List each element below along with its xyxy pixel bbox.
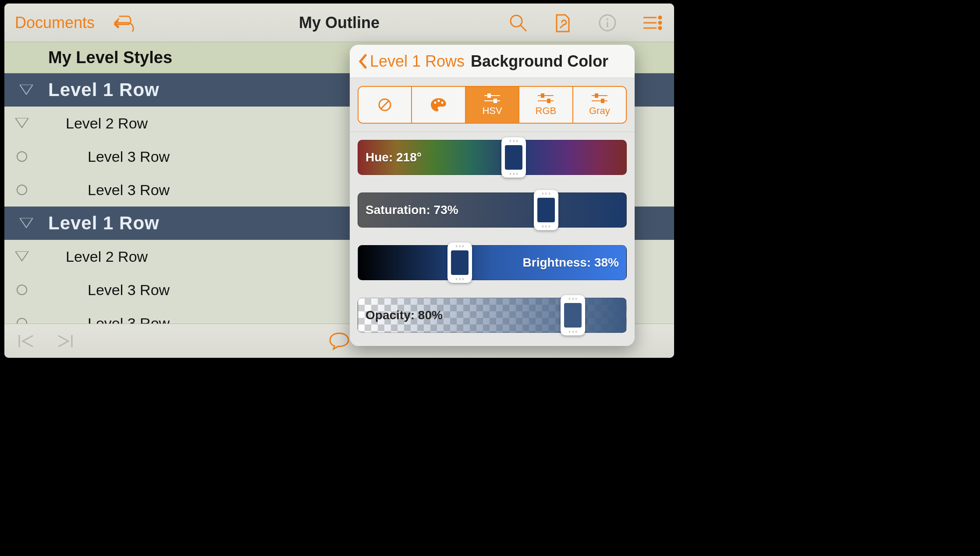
row-text: Level 1 Row	[48, 213, 160, 234]
opacity-handle[interactable]	[561, 295, 585, 335]
svg-marker-16	[15, 251, 28, 261]
svg-point-25	[441, 102, 443, 104]
svg-point-8	[659, 21, 661, 24]
opacity-swatch	[564, 303, 582, 328]
first-arrow-icon	[17, 333, 36, 349]
svg-point-13	[17, 152, 27, 161]
row-text: Level 3 Row	[88, 282, 170, 299]
svg-marker-15	[20, 218, 33, 228]
bullet-icon	[13, 181, 31, 199]
saturation-handle[interactable]	[534, 190, 558, 230]
svg-point-3	[607, 18, 608, 20]
svg-point-18	[17, 318, 27, 324]
svg-rect-29	[494, 99, 497, 103]
menu-button[interactable]	[641, 11, 664, 34]
bullet-icon	[13, 281, 31, 299]
search-button[interactable]	[507, 11, 529, 34]
hue-slider[interactable]: Hue: 218°	[358, 140, 627, 175]
no-color-icon	[377, 97, 393, 113]
row-text: Level 3 Row	[88, 148, 170, 165]
info-icon	[598, 13, 617, 32]
seg-gray[interactable]: Gray	[573, 87, 626, 123]
svg-point-17	[17, 285, 27, 295]
hue-label: Hue: 218°	[366, 150, 422, 164]
row-text: Level 3 Row	[88, 315, 170, 324]
brightness-label: Brightness: 38%	[523, 256, 619, 270]
seg-rgb-label: RGB	[536, 105, 557, 117]
brightness-swatch	[451, 250, 469, 275]
svg-point-14	[17, 185, 27, 195]
row-text: Level 2 Row	[66, 115, 148, 132]
wrench-document-icon	[554, 12, 572, 33]
bullet-icon	[13, 148, 31, 165]
seg-palette[interactable]	[412, 87, 465, 123]
back-label: Level 1 Rows	[370, 52, 465, 71]
sliders-icon	[483, 93, 501, 103]
hue-swatch	[505, 145, 522, 170]
documents-button[interactable]: Documents	[15, 14, 95, 32]
saturation-label: Saturation: 73%	[366, 203, 458, 217]
comment-button[interactable]	[328, 330, 351, 353]
chevron-left-icon	[358, 53, 367, 69]
seg-hsv-label: HSV	[482, 105, 502, 117]
inspector-button[interactable]	[551, 11, 574, 34]
svg-marker-11	[20, 85, 33, 94]
brightness-slider[interactable]: Brightness: 38%	[358, 245, 627, 280]
saturation-slider[interactable]: Saturation: 73%	[358, 192, 627, 228]
seg-rgb[interactable]: RGB	[519, 87, 573, 123]
row-text: Level 2 Row	[66, 248, 148, 265]
svg-point-23	[434, 102, 436, 104]
svg-point-10	[659, 27, 661, 29]
row-text: Level 3 Row	[88, 182, 170, 199]
color-mode-segmented: HSV RGB Gray	[358, 86, 627, 124]
bullet-icon	[13, 314, 31, 324]
opacity-slider[interactable]: Opacity: 80%	[358, 298, 627, 333]
disclosure-triangle-icon[interactable]	[13, 248, 31, 265]
seg-none[interactable]	[359, 87, 412, 123]
undo-button[interactable]	[112, 11, 135, 34]
disclosure-triangle-icon[interactable]	[13, 114, 31, 132]
disclosure-triangle-icon[interactable]	[18, 214, 35, 232]
svg-rect-37	[601, 99, 604, 103]
hue-handle[interactable]	[501, 137, 526, 178]
svg-point-6	[659, 16, 661, 19]
popover-title: Background Color	[471, 52, 608, 71]
sliders-icon	[591, 93, 608, 103]
svg-rect-35	[595, 94, 598, 97]
list-icon	[642, 15, 663, 31]
speech-bubble-icon	[328, 331, 350, 351]
svg-point-24	[437, 100, 440, 102]
sliders-panel: Hue: 218° Saturation: 73% Brightne	[350, 132, 635, 346]
svg-marker-12	[15, 118, 28, 128]
palette-icon	[430, 97, 447, 112]
svg-rect-31	[541, 94, 544, 97]
undo-icon	[112, 14, 135, 32]
next-button[interactable]	[53, 330, 76, 353]
svg-line-22	[380, 100, 389, 109]
disclosure-triangle-icon[interactable]	[18, 81, 35, 99]
seg-gray-label: Gray	[589, 105, 610, 117]
opacity-label: Opacity: 80%	[366, 308, 443, 322]
svg-rect-27	[488, 94, 490, 97]
toolbar: Documents My Outline	[4, 4, 674, 42]
search-icon	[508, 13, 528, 32]
color-popover: Level 1 Rows Background Color	[350, 45, 635, 346]
seg-hsv[interactable]: HSV	[466, 87, 519, 123]
back-button[interactable]: Level 1 Rows	[358, 52, 465, 71]
sliders-icon	[537, 93, 554, 103]
last-arrow-icon	[55, 333, 75, 349]
svg-line-1	[521, 25, 526, 31]
info-button[interactable]	[596, 11, 619, 34]
svg-rect-33	[547, 99, 550, 103]
brightness-handle[interactable]	[447, 242, 472, 283]
saturation-swatch	[537, 198, 555, 222]
row-text: Level 1 Row	[48, 79, 160, 100]
popover-header: Level 1 Rows Background Color	[350, 45, 635, 78]
prev-button[interactable]	[15, 330, 38, 353]
